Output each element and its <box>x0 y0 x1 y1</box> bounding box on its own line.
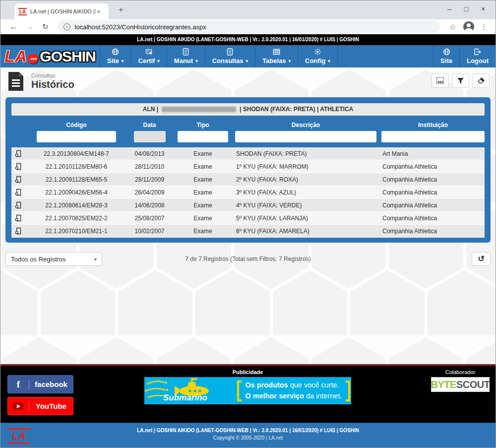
browser-tab[interactable]: LA LA.net | GOSHIN AIKIDO (LANET × <box>14 3 109 19</box>
tab-close-icon[interactable]: × <box>97 8 101 15</box>
document-icon <box>183 48 189 56</box>
nav-label-consultas: Consultas <box>212 57 244 64</box>
cell-codigo: 22.1.20070825/EM22-2 <box>29 215 124 222</box>
column-header-data: Data <box>143 122 156 128</box>
column-chooser-button[interactable] <box>432 73 449 88</box>
nav-item-site[interactable]: Site▾ <box>100 45 130 67</box>
view-record-icon[interactable] <box>11 176 24 183</box>
cell-instituicao: Companhia Athletica <box>381 163 485 170</box>
view-record-icon[interactable] <box>11 227 24 235</box>
table-row[interactable]: 22.1.20101128/EM80-6 28/11/2010 Exame 1º… <box>11 160 485 173</box>
ad-bracket-right <box>346 381 350 401</box>
maximize-icon[interactable]: □ <box>458 2 475 15</box>
ad-line1-bold: Os produtos <box>245 381 288 389</box>
member-title-bar: ALN || SHODAN (FAIXA: PRETA) | ATHLETICA <box>11 103 485 116</box>
cell-codigo: 22.1.20091128/EM65-5 <box>29 176 124 183</box>
youtube-button[interactable]: YouTube <box>7 397 73 415</box>
table-icon <box>273 48 280 56</box>
youtube-play-icon <box>13 402 24 410</box>
close-icon[interactable]: × <box>475 2 492 15</box>
new-tab-button[interactable]: + <box>116 5 126 15</box>
clear-filter-button[interactable] <box>472 73 490 88</box>
url-input[interactable]: i localhost:52023/ConHistoricoIntegrante… <box>58 20 440 33</box>
facebook-button[interactable]: f facebook <box>7 375 73 393</box>
chevron-down-icon: ▾ <box>289 59 291 64</box>
back-icon[interactable]: ← <box>9 22 18 32</box>
browser-tab-bar: LA LA.net | GOSHIN AIKIDO (LANET × + – □… <box>0 0 496 19</box>
minimize-icon[interactable]: – <box>441 2 458 15</box>
nav-label-manut: Manut <box>174 57 193 64</box>
url-text: localhost:52023/ConHistoricoIntegrantes.… <box>75 23 206 31</box>
nav-item-site-right[interactable]: Site <box>433 45 459 67</box>
table-row[interactable]: 22.1.20091128/EM65-5 28/11/2009 Exame 2º… <box>11 173 485 186</box>
table-row[interactable]: 22.1.20070210/EM21-1 10/02/2007 Exame 6º… <box>11 225 485 238</box>
chevron-down-icon: ▾ <box>122 59 124 64</box>
nav-item-tabelas[interactable]: Tabelas▾ <box>255 45 298 67</box>
nav-label-site-right: Site <box>440 57 452 64</box>
logo-net-badge: .net <box>28 54 38 64</box>
document-icon <box>227 48 233 56</box>
page-size-select[interactable]: Todos os Registros ▾ <box>5 252 102 266</box>
cell-data: 04/08/2013 <box>128 150 171 157</box>
la-footer-logo[interactable]: LA <box>7 428 30 444</box>
logo-goshin-text: GOSHIN <box>40 48 95 65</box>
profile-avatar[interactable] <box>463 21 474 32</box>
view-record-icon[interactable] <box>11 201 24 209</box>
cell-instituicao: Companhia Athletica <box>381 189 485 196</box>
ad-line1-rest: que você curte. <box>288 381 339 389</box>
filter-codigo-input[interactable] <box>37 131 116 142</box>
youtube-label: YouTube <box>29 402 73 410</box>
cell-descricao: 6º KYU (FAIXA: AMARELA) <box>235 228 376 235</box>
footer-copyright: Copyright © 2005-2020 | LA.net <box>0 435 496 441</box>
cell-descricao: 2º KYU (FAIXA: ROXA) <box>235 176 376 183</box>
table-row[interactable]: 22.1.20070825/EM22-2 25/08/2007 Exame 5º… <box>11 212 485 225</box>
cell-data: 14/06/2008 <box>128 202 171 209</box>
browser-menu-icon[interactable]: ⋮ <box>480 22 488 31</box>
filter-data-input[interactable] <box>134 131 166 142</box>
view-record-icon[interactable] <box>11 214 24 222</box>
app-status-bar: LA.net | GOSHIN AIKIDO (LANET-GOSHIN-WEB… <box>0 34 496 45</box>
chevron-down-icon: ▾ <box>246 59 248 64</box>
cell-descricao: 5º KYU (FAIXA: LARANJA) <box>235 215 376 222</box>
nav-item-logout[interactable]: Logout <box>459 45 496 67</box>
filter-funnel-icon <box>457 77 464 84</box>
filter-tipo-input[interactable] <box>178 131 228 142</box>
column-header-descricao: Descrição <box>292 122 320 128</box>
gear-icon <box>314 48 321 56</box>
app-logo[interactable]: LA .net GOSHIN <box>0 45 100 67</box>
view-record-icon[interactable] <box>11 189 24 196</box>
view-record-icon[interactable] <box>11 150 24 157</box>
cell-tipo: Exame <box>176 228 230 235</box>
table-row[interactable]: 22.3.20130804/EM148-7 04/08/2013 Exame S… <box>11 147 485 160</box>
forward-icon[interactable]: → <box>26 22 34 32</box>
nav-item-certif[interactable]: Certif▾ <box>130 45 166 67</box>
table-row[interactable]: 22.1.20090426/EM56-4 26/04/2009 Exame 3º… <box>11 186 485 199</box>
page-info-icon[interactable]: i <box>63 23 70 30</box>
cell-data: 10/02/2007 <box>128 228 171 235</box>
submarino-brand: Submarino <box>163 393 207 403</box>
footer-info-line: LA.net | GOSHIN AIKIDO (LANET-GOSHIN-WEB… <box>0 428 496 433</box>
filter-button[interactable] <box>452 73 469 88</box>
breadcrumb: Consultas <box>31 72 74 78</box>
view-record-icon[interactable] <box>11 163 24 170</box>
submarino-ad-banner[interactable]: Submarino Os produtos que você curte. O … <box>144 377 351 404</box>
chevron-down-icon: ▾ <box>157 59 160 64</box>
refresh-button[interactable]: ↺ <box>472 252 491 266</box>
bytescout-scout: SCOUT <box>456 379 490 390</box>
table-row[interactable]: 22.1.20080614/EM28-3 14/06/2008 Exame 4º… <box>11 199 485 212</box>
filter-descricao-input[interactable] <box>235 131 376 142</box>
nav-item-consultas[interactable]: Consultas▾ <box>205 45 255 67</box>
reload-icon[interactable]: ↻ <box>42 22 49 31</box>
cell-instituicao: Companhia Athletica <box>381 202 485 209</box>
cell-data: 25/08/2007 <box>128 215 171 222</box>
colaborador-label: Colaborador <box>431 369 490 375</box>
bytescout-logo[interactable]: BYTESCOUT <box>431 377 490 392</box>
redacted-member-name <box>162 107 236 112</box>
nav-item-manut[interactable]: Manut▾ <box>167 45 205 67</box>
nav-item-config[interactable]: Config▾ <box>298 45 338 67</box>
chevron-down-icon: ▾ <box>328 59 330 64</box>
filter-instituicao-input[interactable] <box>381 131 485 142</box>
certificate-icon <box>145 48 153 56</box>
bookmark-star-icon[interactable]: ☆ <box>449 22 456 32</box>
footer-black: f facebook YouTube Publicidade <box>0 366 496 423</box>
